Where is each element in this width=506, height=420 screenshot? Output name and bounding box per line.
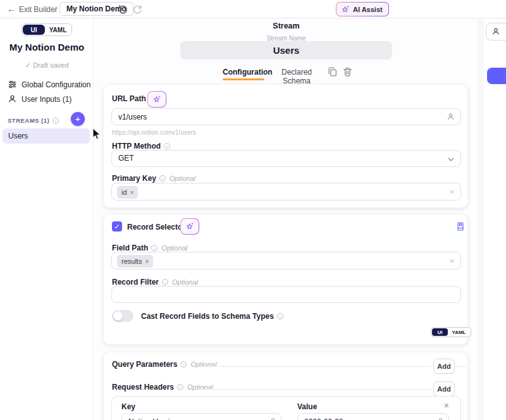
record-selector-checkbox[interactable]: ✓ bbox=[112, 221, 122, 232]
sidebar-item-global-configuration[interactable]: Global Configuration bbox=[8, 80, 90, 89]
remove-tag-icon[interactable]: × bbox=[145, 258, 149, 265]
primary-key-tag-input[interactable]: id × × bbox=[111, 183, 461, 201]
panel-resizer[interactable] bbox=[479, 18, 484, 420]
sidebar-item-user-inputs[interactable]: User Inputs (1) bbox=[8, 94, 71, 104]
info-icon[interactable]: i bbox=[162, 279, 168, 285]
connector-title: My Notion Demo bbox=[0, 42, 94, 52]
clear-tags-icon[interactable]: × bbox=[449, 256, 454, 266]
user-icon bbox=[8, 94, 17, 104]
remove-tag-icon[interactable]: × bbox=[130, 189, 134, 196]
info-icon[interactable]: i bbox=[52, 118, 59, 124]
ai-assist-label: AI Assist bbox=[353, 6, 383, 13]
primary-key-tag[interactable]: id × bbox=[117, 186, 138, 199]
testing-user-input-field[interactable] bbox=[486, 23, 506, 40]
divider bbox=[456, 366, 466, 367]
http-method-label: HTTP Method i bbox=[112, 142, 170, 151]
url-preview: https://api.notion.comv1/users bbox=[112, 129, 196, 136]
testing-panel-edge bbox=[484, 18, 506, 420]
delete-stream-icon[interactable] bbox=[342, 66, 353, 77]
info-icon[interactable]: i bbox=[159, 175, 166, 182]
clear-tags-icon[interactable]: × bbox=[449, 187, 454, 197]
connector-builder-app: ← Exit Builder / My Notion Demo AI Assis… bbox=[0, 0, 506, 420]
field-path-tag[interactable]: results × bbox=[117, 255, 153, 268]
header-key-input[interactable] bbox=[121, 413, 281, 420]
active-tab-underline bbox=[223, 78, 264, 80]
header-value-input[interactable] bbox=[297, 413, 449, 420]
value-label: Value bbox=[297, 402, 317, 411]
sliders-icon bbox=[8, 80, 17, 89]
field-path-label: Field Path i Optional bbox=[112, 244, 187, 252]
toggle-yaml[interactable]: YAML bbox=[45, 25, 71, 35]
url-path-input[interactable] bbox=[111, 108, 461, 125]
divider bbox=[199, 389, 431, 390]
breadcrumb: / bbox=[54, 5, 56, 14]
cast-fields-label: Cast Record Fields to Schema Types i bbox=[141, 312, 283, 321]
tab-configuration[interactable]: Configuration bbox=[223, 68, 264, 78]
toggle-ui[interactable]: UI bbox=[432, 328, 448, 336]
ai-sparkle-icon bbox=[341, 5, 350, 14]
ui-yaml-toggle: UI YAML bbox=[22, 23, 72, 36]
request-header-row: Key Value × bbox=[111, 396, 461, 420]
primary-key-label: Primary Key i Optional bbox=[112, 174, 195, 183]
user-input-link-icon bbox=[447, 113, 455, 121]
info-icon[interactable]: i bbox=[164, 143, 170, 149]
check-icon: ✓ bbox=[25, 61, 31, 69]
add-request-header-button[interactable]: Add bbox=[433, 381, 455, 397]
toggle-yaml[interactable]: YAML bbox=[448, 328, 470, 336]
chevron-down-icon bbox=[448, 158, 454, 161]
stream-config-panel: Stream Stream Name Configuration Declare… bbox=[94, 18, 479, 420]
user-icon bbox=[491, 27, 500, 36]
copy-stream-icon[interactable] bbox=[327, 66, 338, 77]
request-headers-label: Request Headers i Optional bbox=[112, 383, 213, 392]
tab-declared-schema[interactable]: Declared Schema bbox=[269, 68, 324, 78]
docs-icon[interactable] bbox=[455, 221, 466, 232]
sidebar: UI YAML My Notion Demo ✓ Draft saved Glo… bbox=[0, 18, 94, 420]
back-arrow-icon[interactable]: ← bbox=[6, 4, 16, 14]
top-bar: ← Exit Builder / My Notion Demo AI Assis… bbox=[0, 0, 506, 18]
requester-card: URL Path i https://api.notion.comv1/user… bbox=[103, 84, 468, 208]
stream-name-input[interactable] bbox=[180, 41, 392, 59]
add-query-parameter-button[interactable]: Add bbox=[433, 359, 455, 374]
query-parameters-label: Query Parameters i Optional bbox=[112, 360, 216, 369]
exit-builder-link[interactable]: Exit Builder bbox=[19, 5, 58, 14]
url-path-ai-button[interactable] bbox=[147, 91, 166, 108]
sidebar-item-stream-users[interactable]: Users bbox=[3, 128, 90, 144]
record-filter-label: Record Filter i Optional bbox=[112, 278, 198, 287]
key-label: Key bbox=[121, 402, 135, 411]
draft-status: ✓ Draft saved bbox=[0, 61, 94, 70]
info-icon[interactable]: i bbox=[151, 245, 157, 251]
streams-header: STREAMS (1) i bbox=[8, 117, 59, 124]
stream-header: Stream bbox=[94, 22, 479, 30]
info-icon[interactable]: i bbox=[180, 361, 187, 368]
test-stream-button[interactable] bbox=[487, 68, 506, 84]
user-input-link-icon bbox=[269, 417, 277, 420]
info-icon[interactable]: i bbox=[277, 313, 283, 319]
ai-assist-button[interactable]: AI Assist bbox=[336, 2, 389, 16]
record-selector-card: ✓ Record Selector i Field Path i Optiona… bbox=[103, 214, 468, 345]
record-selector-ui-yaml-toggle: UI YAML bbox=[431, 327, 471, 337]
request-options-card: Query Parameters i Optional Add Request … bbox=[103, 352, 468, 420]
undo-icon[interactable] bbox=[118, 4, 128, 15]
toggle-ui[interactable]: UI bbox=[23, 25, 45, 35]
record-filter-input[interactable] bbox=[111, 286, 461, 303]
info-icon[interactable]: i bbox=[177, 384, 183, 390]
user-input-link-icon bbox=[436, 417, 445, 420]
record-selector-ai-button[interactable] bbox=[180, 218, 199, 235]
divider bbox=[200, 366, 431, 367]
field-path-tag-input[interactable]: results × × bbox=[111, 252, 461, 269]
cast-fields-toggle[interactable] bbox=[112, 310, 133, 322]
redo-icon[interactable] bbox=[132, 4, 143, 15]
add-stream-button[interactable]: + bbox=[71, 112, 85, 126]
remove-header-icon[interactable]: × bbox=[444, 400, 449, 411]
http-method-select[interactable]: GET bbox=[111, 150, 461, 167]
